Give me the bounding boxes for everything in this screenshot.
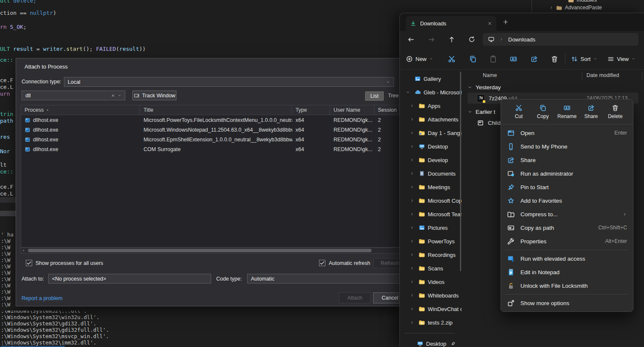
sidebar-item-recordings[interactable]: Recordings	[400, 248, 462, 261]
column-header-session[interactable]: Session	[374, 105, 399, 115]
chevron-right-icon[interactable]	[410, 293, 414, 297]
menu-item-properties[interactable]: PropertiesAlt+Enter	[501, 234, 633, 248]
list-view-toggle[interactable]: List	[365, 91, 384, 101]
column-divider[interactable]	[582, 72, 582, 80]
chevron-right-icon[interactable]	[410, 239, 414, 243]
menu-item-edit-in-notepad[interactable]: Edit in Notepad	[501, 265, 633, 279]
sidebar-item-microsoft-tear[interactable]: Microsoft Tear	[400, 208, 462, 220]
sidebar-item-powertoys[interactable]: PowerToys	[400, 235, 462, 248]
sidebar-item-pictures[interactable]: Pictures	[400, 221, 462, 234]
quick-action-share[interactable]: Share	[580, 104, 602, 119]
menu-item-unlock-with-file-locksmith[interactable]: Unlock with File Locksmith	[501, 279, 633, 292]
chevron-down-icon[interactable]	[468, 85, 472, 90]
menu-item-run-as-administrator[interactable]: Run as administrator	[501, 167, 633, 180]
horizontal-scrollbar[interactable]	[21, 248, 400, 253]
chevron-right-icon[interactable]	[410, 198, 414, 203]
close-tab-icon[interactable]	[487, 21, 492, 26]
chevron-right-icon[interactable]	[410, 171, 414, 176]
chevron-right-icon[interactable]	[410, 144, 414, 149]
chevron-right-icon[interactable]	[410, 266, 414, 270]
track-window-button[interactable]: Track Window	[132, 91, 176, 100]
sidebar-item-microsoft-cop[interactable]: Microsoft Cop	[400, 194, 462, 207]
paste-button[interactable]	[485, 51, 501, 66]
menu-item-add-to-favorites[interactable]: Add to Favorites	[501, 194, 633, 207]
this-pc-icon[interactable]	[488, 36, 495, 43]
sidebar-item-gleb-microsoft[interactable]: Gleb - Microsoft	[400, 86, 462, 99]
scrollbar-thumb[interactable]	[28, 249, 372, 252]
sidebar-item-documents[interactable]: Documents	[400, 167, 462, 180]
attach-to-field[interactable]: <No process selected>	[48, 274, 211, 284]
process-filter-input[interactable]: dll	[22, 91, 125, 100]
chevron-down-icon[interactable]	[468, 110, 472, 114]
sidebar-item-attachments[interactable]: Attachments	[400, 113, 462, 126]
column-header-type[interactable]: Type	[292, 105, 330, 115]
menu-item-share[interactable]: Share	[501, 153, 633, 167]
clear-filter-icon[interactable]	[111, 94, 115, 98]
sidebar-item-windevchat-c[interactable]: WinDevChat c	[400, 303, 462, 315]
chevron-right-icon[interactable]	[410, 212, 414, 216]
new-button[interactable]: New	[406, 51, 433, 66]
quick-action-delete[interactable]: Delete	[604, 104, 626, 119]
chevron-right-icon[interactable]	[410, 226, 414, 230]
column-header-process[interactable]: Process	[21, 105, 140, 115]
tree-item-label[interactable]: modules	[577, 0, 597, 3]
sidebar-item-develop[interactable]: Develop	[400, 154, 462, 166]
copy-button[interactable]	[465, 51, 480, 66]
menu-item-compress-to[interactable]: Compress to...	[501, 207, 633, 221]
chevron-right-icon[interactable]	[499, 37, 504, 41]
sort-button[interactable]: Sort	[571, 51, 597, 66]
scroll-left-arrow-icon[interactable]	[22, 248, 26, 253]
rename-button[interactable]	[506, 51, 521, 66]
chevron-right-icon[interactable]	[410, 117, 414, 121]
chevron-down-icon[interactable]	[406, 90, 410, 94]
sidebar-item-desktop[interactable]: Desktop	[400, 140, 462, 153]
chevron-down-icon[interactable]	[118, 94, 121, 97]
tree-view-toggle[interactable]: Tree	[388, 93, 399, 99]
sidebar-item-apps[interactable]: Apps	[400, 99, 462, 112]
sidebar-scrollbar[interactable]	[460, 72, 461, 271]
chevron-right-icon[interactable]	[410, 320, 414, 325]
quick-action-copy[interactable]: Copy	[532, 104, 554, 119]
new-tab-icon[interactable]	[503, 19, 509, 25]
sidebar-item-scans[interactable]: Scans	[400, 262, 462, 275]
table-row[interactable]: dllhost.exeCOM Surrogatex64REDMOND\gk...…	[21, 144, 399, 154]
column-header-user[interactable]: User Name	[330, 105, 374, 115]
chevron-right-icon[interactable]	[549, 6, 553, 10]
table-row[interactable]: dllhost.exeMicrosoft.WindowsNotepad_11.2…	[21, 125, 399, 135]
cut-button[interactable]	[444, 51, 459, 66]
column-header-name[interactable]: Name	[483, 72, 497, 78]
chevron-right-icon[interactable]	[410, 131, 414, 135]
tree-item-label[interactable]: AdvancedPaste	[565, 5, 602, 11]
menu-item-send-to-my-phone[interactable]: Send to My Phone	[501, 140, 633, 153]
sidebar-item-desktop-pinned[interactable]: Desktop	[400, 337, 462, 347]
table-row[interactable]: dllhost.exeMicrosoft.EpmShellExtension_1…	[21, 135, 399, 144]
sidebar-item-tests-2-zip[interactable]: tests 2.zip	[400, 316, 462, 329]
report-problem-link[interactable]: Report a problem	[22, 295, 63, 301]
menu-item-open[interactable]: OpenEnter	[501, 126, 633, 140]
auto-refresh-checkbox[interactable]	[319, 260, 325, 266]
scrollbar[interactable]	[531, 0, 532, 13]
group-header-earlier[interactable]: Earlier t	[468, 106, 495, 117]
forward-button[interactable]	[426, 34, 436, 44]
menu-item-pin-to-start[interactable]: Pin to Start	[501, 180, 633, 194]
quick-action-rename[interactable]: Rename	[556, 104, 578, 119]
menu-item-run-with-elevated-access[interactable]: Run with elevated access	[501, 252, 633, 265]
code-type-field[interactable]: Automatic	[247, 274, 407, 284]
share-button[interactable]	[526, 51, 542, 66]
chevron-down-icon[interactable]	[386, 80, 390, 84]
tab-downloads[interactable]: Downloads	[406, 16, 496, 31]
column-header-date-modified[interactable]: Date modified	[586, 72, 619, 78]
chevron-right-icon[interactable]	[410, 104, 414, 108]
back-button[interactable]	[406, 34, 416, 44]
sidebar-item-gallery[interactable]: Gallery	[400, 72, 462, 85]
menu-item-show-more-options[interactable]: Show more options	[501, 296, 633, 310]
chevron-right-icon[interactable]	[410, 253, 414, 257]
column-header-title[interactable]: Title	[140, 105, 292, 115]
chevron-right-icon[interactable]	[410, 158, 414, 162]
quick-action-cut[interactable]: Cut	[508, 104, 530, 119]
sidebar-item-whiteboards[interactable]: Whiteboards	[400, 289, 462, 302]
breadcrumb[interactable]: Downloads	[508, 36, 535, 43]
view-button[interactable]: View	[607, 51, 636, 66]
sidebar-item-videos[interactable]: Videos	[400, 275, 462, 288]
delete-button[interactable]	[547, 51, 562, 66]
